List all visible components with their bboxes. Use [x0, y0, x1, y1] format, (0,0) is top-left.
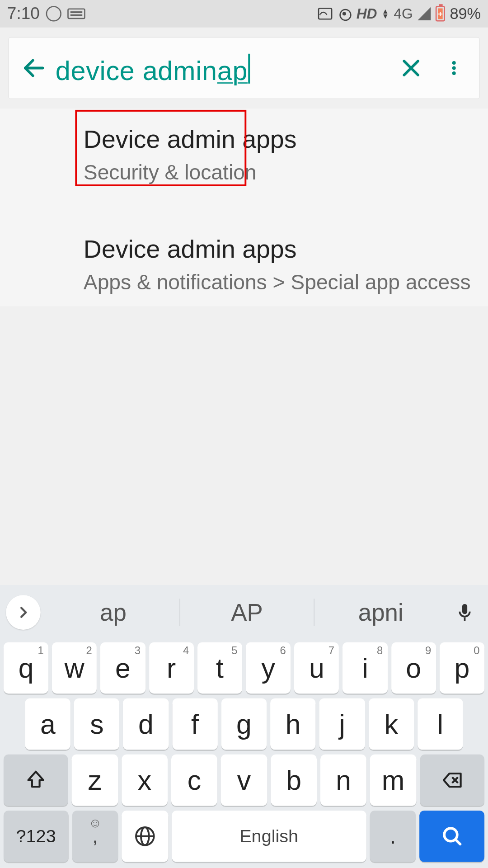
svg-point-5 [452, 71, 456, 75]
signal-icon [418, 7, 431, 20]
key-hint: 6 [280, 645, 286, 657]
voice-input-button[interactable] [447, 595, 482, 630]
space-key[interactable]: English [172, 811, 366, 862]
language-key[interactable] [122, 811, 168, 862]
result-subtitle: Apps & notifications > Special app acces… [84, 268, 473, 295]
key-e[interactable]: e3 [100, 642, 145, 694]
keyboard-indicator-icon [67, 8, 85, 19]
expand-suggestions-button[interactable] [6, 595, 41, 630]
status-right: HD ▲▼ 4G 89% [318, 5, 481, 23]
backspace-key[interactable] [420, 755, 484, 806]
search-input-composing: ap [217, 55, 248, 86]
status-bar: 7:10 HD ▲▼ 4G 89% [0, 0, 488, 28]
key-s[interactable]: s [74, 698, 120, 750]
suggestion-1[interactable]: ap [47, 599, 180, 626]
key-hint: 8 [377, 645, 383, 657]
emoji-icon: ☺ [89, 816, 102, 831]
search-input-text: device admin [56, 55, 217, 86]
keyboard-row-1: q1w2e3r4t5y6u7i8o9p0 [0, 640, 488, 696]
key-w[interactable]: w2 [52, 642, 97, 694]
emoji-key[interactable]: ☺ , [72, 811, 118, 862]
svg-point-4 [452, 66, 456, 70]
key-t[interactable]: t5 [197, 642, 242, 694]
svg-line-13 [455, 840, 460, 844]
more-vert-icon [445, 57, 463, 79]
key-p[interactable]: p0 [440, 642, 484, 694]
key-hint: 7 [328, 645, 334, 657]
key-j[interactable]: j [319, 698, 365, 750]
shift-icon [24, 769, 47, 792]
svg-rect-6 [464, 618, 466, 621]
search-results: Device admin appsSecurity & locationDevi… [0, 108, 488, 306]
key-n[interactable]: n [320, 755, 366, 806]
shift-key[interactable] [4, 755, 68, 806]
key-hint: 5 [231, 645, 237, 657]
svg-point-3 [452, 61, 456, 65]
mic-icon [455, 600, 475, 624]
hd-indicator: HD [357, 5, 377, 22]
hotspot-icon [337, 7, 352, 21]
back-button[interactable] [13, 47, 56, 90]
key-x[interactable]: x [122, 755, 168, 806]
key-g[interactable]: g [221, 698, 267, 750]
key-q[interactable]: q1 [4, 642, 48, 694]
key-u[interactable]: u7 [294, 642, 339, 694]
key-hint: 4 [183, 645, 189, 657]
key-d[interactable]: d [123, 698, 169, 750]
cast-icon [318, 8, 333, 19]
search-input[interactable]: device admin ap [56, 50, 389, 86]
result-subtitle: Security & location [84, 159, 473, 186]
chevron-right-icon [15, 604, 31, 620]
soft-keyboard: ap AP apni q1w2e3r4t5y6u7i8o9p0 asdfghjk… [0, 585, 488, 868]
keyboard-row-2: asdfghjkl [0, 696, 488, 752]
key-l[interactable]: l [418, 698, 463, 750]
key-v[interactable]: v [221, 755, 267, 806]
key-r[interactable]: r4 [149, 642, 194, 694]
keyboard-row-4: ?123 ☺ , English . [0, 808, 488, 864]
key-hint: 1 [38, 645, 43, 657]
overflow-button[interactable] [432, 47, 475, 90]
suggestion-2[interactable]: AP [180, 599, 314, 626]
suggestion-bar: ap AP apni [0, 585, 488, 640]
status-left: 7:10 [7, 4, 85, 23]
key-a[interactable]: a [25, 698, 70, 750]
key-y[interactable]: y6 [246, 642, 291, 694]
search-bar: device admin ap [8, 37, 479, 99]
search-key[interactable] [420, 811, 484, 862]
data-arrows-icon: ▲▼ [382, 9, 389, 19]
key-k[interactable]: k [368, 698, 414, 750]
battery-percent: 89% [450, 5, 481, 23]
battery-icon [436, 6, 445, 21]
close-icon [399, 56, 423, 80]
keyboard-row-3: zxcvbnm [0, 752, 488, 808]
status-circle-icon [46, 6, 61, 21]
text-cursor [249, 53, 250, 83]
key-hint: 2 [86, 645, 92, 657]
key-b[interactable]: b [271, 755, 317, 806]
search-result-1[interactable]: Device admin appsSecurity & location [0, 114, 488, 197]
backspace-icon [438, 769, 466, 792]
arrow-left-icon [21, 55, 47, 81]
network-label: 4G [394, 5, 413, 22]
key-h[interactable]: h [270, 698, 316, 750]
key-f[interactable]: f [172, 698, 218, 750]
result-title: Device admin apps [84, 235, 473, 264]
search-result-2[interactable]: Device admin appsApps & notifications > … [0, 224, 488, 307]
clear-button[interactable] [389, 47, 432, 90]
symbols-key[interactable]: ?123 [4, 811, 68, 862]
key-i[interactable]: i8 [343, 642, 387, 694]
result-title: Device admin apps [84, 125, 473, 154]
search-icon [440, 824, 464, 848]
status-time: 7:10 [7, 4, 40, 23]
key-c[interactable]: c [171, 755, 217, 806]
period-key[interactable]: . [370, 811, 416, 862]
key-hint: 0 [474, 645, 479, 657]
key-z[interactable]: z [72, 755, 118, 806]
key-o[interactable]: o9 [391, 642, 436, 694]
globe-icon [133, 824, 157, 848]
key-hint: 3 [135, 645, 141, 657]
suggestion-3[interactable]: apni [314, 599, 447, 626]
key-m[interactable]: m [370, 755, 416, 806]
key-hint: 9 [425, 645, 431, 657]
